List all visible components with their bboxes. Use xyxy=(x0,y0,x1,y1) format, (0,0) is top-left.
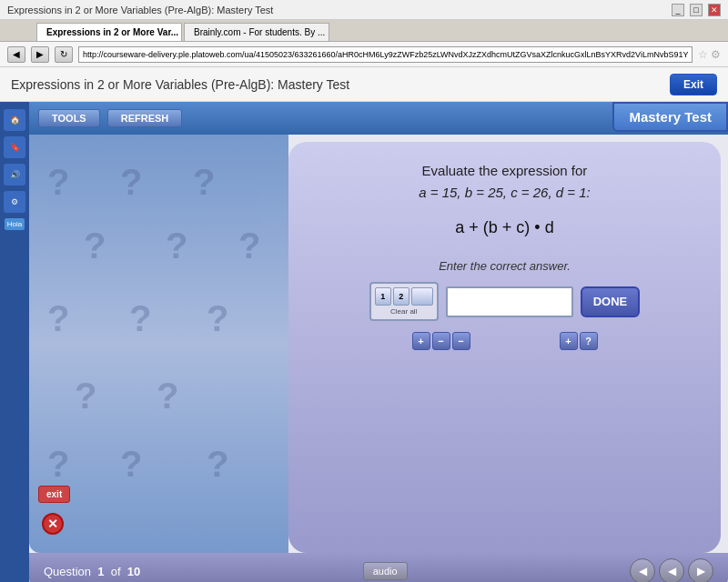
left-panel: ? ? ? ? ? ? ? ? ? ? ? ? ? ? exit ✕ xyxy=(29,135,288,553)
plus-button[interactable]: + xyxy=(412,332,430,350)
window-title: Expressions in 2 or More Variables (Pre-… xyxy=(7,5,273,15)
content-area: TOOLS REFRESH Mastery Test ? ? ? ? ? ? ?… xyxy=(29,102,728,582)
math-buttons-row: + − − + ? xyxy=(412,332,598,350)
prev2-arrow-button[interactable]: ◀ xyxy=(659,558,684,582)
expression-display: a + (b + c) • d xyxy=(455,218,553,237)
key-2[interactable]: 2 xyxy=(393,287,410,306)
content-split: ? ? ? ? ? ? ? ? ? ? ? ? ? ? exit ✕ xyxy=(29,135,728,553)
back-button[interactable]: ◀ xyxy=(7,46,25,63)
tab-bar: Expressions in 2 or More Var... ✕ Brainl… xyxy=(0,20,728,42)
qmark-8: ? xyxy=(129,298,151,339)
help-button[interactable]: ? xyxy=(580,332,598,350)
clear-all-button[interactable]: Clear all xyxy=(390,307,417,316)
qmark-6: ? xyxy=(238,226,260,266)
bottom-nav: Question 1 of 10 audio ◀ ◀ ▶ xyxy=(29,553,728,582)
tab-close-2-icon[interactable]: ✕ xyxy=(329,28,329,37)
address-bar: ◀ ▶ ↻ ☆ ⚙ xyxy=(0,42,728,67)
keypad-box: 1 2 Clear all xyxy=(369,282,439,321)
values-line: a = 15, b = 25, c = 26, d = 1: xyxy=(419,182,590,204)
star-icon[interactable]: ☆ xyxy=(698,48,708,61)
qmark-12: ? xyxy=(47,444,69,485)
negative-button[interactable]: − xyxy=(452,332,470,350)
next-arrow-button[interactable]: ▶ xyxy=(688,558,713,582)
qmark-3: ? xyxy=(193,162,215,203)
qmark-9: ? xyxy=(207,298,228,339)
qmark-5: ? xyxy=(166,226,187,266)
maximize-button[interactable]: □ xyxy=(690,4,703,16)
math-btn-group-left: + − − xyxy=(412,332,470,350)
instruction-line: Evaluate the expression for xyxy=(419,160,590,182)
plus2-button[interactable]: + xyxy=(560,332,578,350)
exit-header-button[interactable]: Exit xyxy=(670,74,717,95)
sidebar-volume-icon[interactable]: 🔊 xyxy=(4,164,25,186)
prev-arrow-button[interactable]: ◀ xyxy=(630,558,655,582)
answer-row: 1 2 Clear all DONE xyxy=(369,282,641,321)
tab-brainly[interactable]: Brainly.com - For students. By ... ✕ xyxy=(184,23,329,41)
settings-icon[interactable]: ⚙ xyxy=(711,48,721,61)
nav-arrows: ◀ ◀ ▶ xyxy=(630,558,713,582)
key-3[interactable] xyxy=(411,287,433,306)
question-panel: Evaluate the expression for a = 15, b = … xyxy=(288,142,721,553)
exit-panel-button[interactable]: exit xyxy=(38,486,70,503)
page-header: Expressions in 2 or More Variables (Pre-… xyxy=(0,67,728,102)
refresh-button[interactable]: REFRESH xyxy=(107,109,183,127)
content-toolbar: TOOLS REFRESH Mastery Test xyxy=(29,102,728,135)
window-controls: _ □ ✕ xyxy=(672,4,721,16)
math-btn-group-right: + ? xyxy=(560,332,598,350)
qmark-2: ? xyxy=(120,162,142,203)
qmark-10: ? xyxy=(75,376,96,416)
mastery-test-badge: Mastery Test xyxy=(612,102,728,132)
done-button[interactable]: DONE xyxy=(581,286,641,317)
hola-badge[interactable]: Hola xyxy=(5,218,25,230)
sidebar-home-icon[interactable]: 🏠 xyxy=(4,109,25,131)
question-counter: Question 1 of 10 xyxy=(44,565,140,578)
tools-button[interactable]: TOOLS xyxy=(38,109,100,127)
question-text: Evaluate the expression for a = 15, b = … xyxy=(419,160,590,204)
window-chrome: Expressions in 2 or More Variables (Pre-… xyxy=(0,0,728,20)
qmark-13: ? xyxy=(120,444,142,485)
app-container: 🏠 🔖 🔊 ⚙ Hola TOOLS REFRESH Mastery Test … xyxy=(0,102,728,582)
qmark-4: ? xyxy=(84,226,106,266)
sidebar: 🏠 🔖 🔊 ⚙ Hola xyxy=(0,102,29,582)
close-button[interactable]: ✕ xyxy=(708,4,721,16)
minus-button[interactable]: − xyxy=(432,332,450,350)
forward-button[interactable]: ▶ xyxy=(31,46,49,63)
audio-button[interactable]: audio xyxy=(363,562,408,580)
enter-answer-label: Enter the correct answer. xyxy=(439,259,571,273)
page-title: Expressions in 2 or More Variables (Pre-… xyxy=(11,77,349,92)
keypad-keys: 1 2 xyxy=(375,287,433,306)
qmark-11: ? xyxy=(157,376,178,416)
address-input[interactable] xyxy=(78,46,693,63)
star-area: ☆ ⚙ xyxy=(698,48,721,61)
qmark-7: ? xyxy=(47,298,69,339)
x-icon[interactable]: ✕ xyxy=(42,513,64,535)
tab-active[interactable]: Expressions in 2 or More Var... ✕ xyxy=(36,23,182,41)
sidebar-bookmark-icon[interactable]: 🔖 xyxy=(4,136,25,158)
minimize-button[interactable]: _ xyxy=(672,4,684,16)
sidebar-settings-icon[interactable]: ⚙ xyxy=(4,191,25,213)
qmark-1: ? xyxy=(47,162,69,203)
qmark-14: ? xyxy=(207,444,228,485)
key-1[interactable]: 1 xyxy=(375,287,391,306)
refresh-nav-button[interactable]: ↻ xyxy=(55,46,73,63)
answer-input[interactable] xyxy=(446,286,573,317)
